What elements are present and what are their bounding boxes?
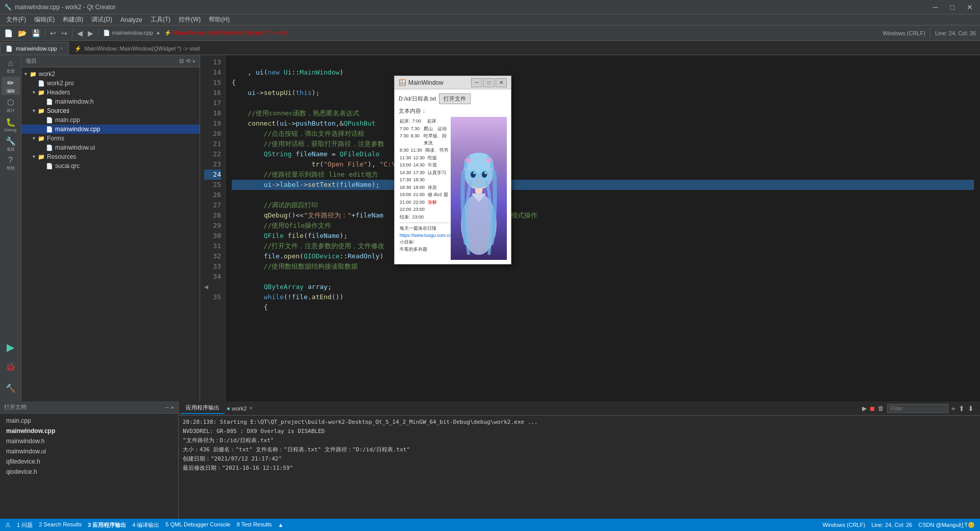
close-button[interactable]: ✕: [964, 2, 976, 12]
svg-point-11: [466, 158, 471, 163]
doc-item-main-cpp[interactable]: main.cpp: [0, 416, 178, 426]
code-content[interactable]: , ui(new Ui::MainWindow) { ui->setupUi(t…: [226, 55, 980, 401]
status-tab-5[interactable]: 5 QML Debugger Console: [165, 521, 230, 529]
folder-icon-work2: 📁: [30, 71, 37, 78]
menu-controls[interactable]: 控件(W): [175, 14, 205, 25]
toolbar-separator-1: [45, 29, 45, 38]
status-tab-3[interactable]: 3 应用程序输出: [88, 521, 126, 529]
output-tabs-right: ▶ ◼ 🗑 + ⬆ ⬇: [862, 404, 978, 413]
open-docs-close-btn[interactable]: ×: [171, 404, 174, 411]
modal-titlebar: 🪟 MainWindow ─ □ ✕: [395, 76, 511, 89]
modal-maximize-btn[interactable]: □: [483, 78, 495, 87]
tree-item-main-cpp[interactable]: 📄 main.cpp: [21, 115, 200, 125]
open-docs-minimize-btn[interactable]: ─: [165, 404, 169, 411]
schedule-footer: 每天一篇洛谷日报 https://www.luogu.com.cn/discus…: [400, 223, 450, 253]
toolbar-redo[interactable]: ↪: [59, 28, 69, 38]
tree-item-work2pro[interactable]: 📄 work2.pro: [21, 79, 200, 88]
modal-close-btn[interactable]: ✕: [496, 78, 507, 87]
sidebar-debug-btn[interactable]: 🐛 Debug: [2, 115, 20, 134]
sidebar-design-btn[interactable]: ⬡ 设计: [2, 96, 20, 114]
sidebar-debug-run-btn[interactable]: 🐞: [2, 357, 20, 376]
doc-item-mainwindow-ui[interactable]: mainwindow.ui: [0, 446, 178, 456]
sidebar-build-run-btn[interactable]: ▶: [2, 338, 20, 356]
doc-item-qiodevice-h[interactable]: qiodevice.h: [0, 467, 178, 477]
menu-edit[interactable]: 编辑(E): [30, 14, 59, 25]
output-filter-input[interactable]: [887, 404, 948, 413]
schedule-row-8: 17:3018:30: [400, 177, 450, 184]
maximize-button[interactable]: □: [947, 2, 958, 12]
sidebar-build-btn[interactable]: 🔨: [2, 379, 20, 397]
toolbar-separator-2: [72, 29, 72, 38]
status-windows-crlf: Windows (CRLF): [822, 522, 865, 528]
status-tab-4[interactable]: 4 编译输出: [132, 521, 159, 529]
sidebar-help-btn[interactable]: ? 帮助: [2, 154, 20, 173]
tree-item-forms[interactable]: ▼ 📁 Forms: [21, 134, 200, 143]
output-line-4: 大小：436 后缀名："txt" 文件名称："日程表.txt" 文件路径："D:…: [183, 445, 976, 454]
modal-open-file-btn[interactable]: 打开文件: [439, 93, 471, 104]
status-problems-icon: ⚠: [5, 521, 11, 528]
menu-analyze[interactable]: Analyze: [116, 15, 146, 25]
doc-item-mainwindow-cpp[interactable]: mainwindow.cpp: [0, 426, 178, 436]
project-sync-btn[interactable]: ⟲: [186, 58, 190, 64]
output-expand-btn[interactable]: ⬆: [959, 404, 965, 413]
editor-panel-row: ⌂ 欢迎 ✏ 编辑 ⬡ 设计 🐛 Debug 🔧 项目 ? 帮助: [0, 55, 980, 401]
svg-point-12: [486, 158, 492, 163]
project-close-btn[interactable]: ×: [192, 58, 195, 64]
tab-mainwindow-fn[interactable]: ⚡ MainWindow::MainWindow(QWidget *) -> v…: [69, 42, 206, 55]
toolbar-new[interactable]: 📄: [2, 28, 15, 38]
output-add-btn[interactable]: +: [951, 404, 955, 413]
tree-item-sources[interactable]: ▼ 📁 Sources: [21, 106, 200, 115]
menu-file[interactable]: 文件(F): [2, 14, 30, 25]
modal-path-label: D:/id/日程表.txt: [399, 95, 436, 103]
sidebar-edit-btn[interactable]: ✏ 编辑: [2, 77, 20, 95]
toolbar: 📄 📂 💾 ↩ ↪ ◀ ▶ 📄 mainwindow.cpp ▸ ⚡ MainW…: [0, 26, 980, 41]
status-tab-1[interactable]: 1 问题: [17, 521, 33, 529]
project-tree: ▼ 📁 work2 📄 work2.pro ▼ 📁 Headers: [21, 67, 200, 401]
tree-item-work2[interactable]: ▼ 📁 work2: [21, 69, 200, 79]
code-editor[interactable]: 1314151617 1819202122 23242526 272829303…: [200, 55, 980, 401]
menu-build[interactable]: 构建(B): [59, 14, 87, 25]
output-tab-app[interactable]: 应用程序输出: [181, 402, 225, 414]
tree-item-headers[interactable]: ▼ 📁 Headers: [21, 88, 200, 97]
svg-point-9: [473, 172, 475, 174]
output-run-btn[interactable]: ▶: [862, 405, 867, 412]
sidebar-projects-btn[interactable]: 🔧 项目: [2, 135, 20, 153]
editor-area: 1314151617 1819202122 23242526 272829303…: [200, 55, 980, 401]
project-panel-title: 项目: [26, 57, 37, 65]
project-filter-btn[interactable]: ⊟: [179, 58, 184, 64]
sidebar-welcome-btn[interactable]: ⌂ 欢迎: [2, 57, 20, 76]
tree-item-mainwindow-h[interactable]: 📄 mainwindow.h: [21, 97, 200, 106]
modal-file-row: D:/id/日程表.txt 打开文件: [399, 93, 507, 104]
schedule-row-4: 8:3011:30阅读、书书: [400, 147, 450, 154]
tab-mainwindow-cpp[interactable]: 📄 mainwindow.cpp ×: [0, 42, 69, 55]
tree-item-mainwindow-cpp[interactable]: 📄 mainwindow.cpp: [21, 125, 200, 134]
run-close-btn[interactable]: ×: [250, 405, 253, 411]
schedule-row-12: 22:0023:00: [400, 206, 450, 213]
menu-tools[interactable]: 工具(T): [146, 14, 175, 25]
toolbar-forward[interactable]: ▶: [86, 28, 95, 38]
toolbar-back[interactable]: ◀: [75, 28, 85, 38]
menu-help[interactable]: 帮助(H): [205, 14, 234, 25]
output-stop-btn[interactable]: ◼: [870, 405, 875, 412]
minimize-button[interactable]: ─: [930, 2, 941, 12]
toolbar-undo[interactable]: ↩: [48, 28, 58, 38]
status-tab-8[interactable]: 8 Test Results: [237, 521, 272, 529]
tab-close-1[interactable]: ×: [60, 46, 63, 52]
modal-minimize-btn[interactable]: ─: [471, 78, 482, 87]
doc-item-mainwindow-h[interactable]: mainwindow.h: [0, 436, 178, 446]
output-clear-btn[interactable]: 🗑: [878, 405, 884, 412]
menu-debug[interactable]: 调试(D): [87, 14, 116, 25]
modal-title: 🪟 MainWindow: [399, 79, 444, 86]
output-line-2: NVD3DREL: GR-805 : DX9 Overlay is DISABL…: [183, 427, 976, 436]
toolbar-open[interactable]: 📂: [16, 28, 29, 38]
modal-content-label: 文本内容：: [399, 107, 507, 115]
tree-item-sucai-qrc[interactable]: 📄 sucai.qrc: [21, 161, 200, 171]
doc-item-qfiledevice-h[interactable]: qfiledevice.h: [0, 456, 178, 467]
toolbar-save[interactable]: 💾: [30, 28, 42, 38]
status-arrow-up[interactable]: ▲: [278, 522, 284, 528]
tree-item-mainwindow-ui[interactable]: 📄 mainwindow.ui: [21, 143, 200, 152]
tree-item-resources[interactable]: ▼ 📁 Resources: [21, 152, 200, 161]
status-tab-2[interactable]: 2 Search Results: [39, 521, 82, 529]
output-collapse-btn[interactable]: ⬇: [968, 404, 974, 413]
tab-label-1: mainwindow.cpp: [16, 45, 57, 52]
